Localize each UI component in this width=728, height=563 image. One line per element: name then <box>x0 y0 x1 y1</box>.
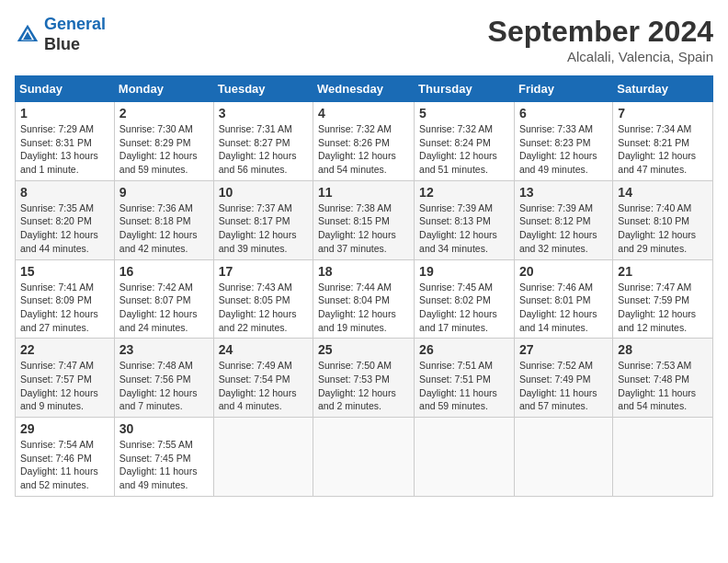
calendar-day-cell: 30 Sunrise: 7:55 AM Sunset: 7:45 PM Dayl… <box>114 418 213 497</box>
calendar-day-cell: 18 Sunrise: 7:44 AM Sunset: 8:04 PM Dayl… <box>313 259 415 339</box>
calendar-week-row: 29 Sunrise: 7:54 AM Sunset: 7:46 PM Dayl… <box>16 418 713 497</box>
calendar-day-cell: 24 Sunrise: 7:49 AM Sunset: 7:54 PM Dayl… <box>213 339 313 418</box>
day-number: 28 <box>618 342 708 357</box>
day-number: 5 <box>419 106 509 121</box>
calendar-day-cell <box>313 418 415 497</box>
day-info: Sunrise: 7:49 AM Sunset: 7:54 PM Dayligh… <box>219 359 308 413</box>
day-number: 21 <box>618 264 708 279</box>
day-info: Sunrise: 7:55 AM Sunset: 7:45 PM Dayligh… <box>119 438 209 492</box>
calendar-day-cell: 22 Sunrise: 7:47 AM Sunset: 7:57 PM Dayl… <box>16 339 115 418</box>
calendar-day-cell: 7 Sunrise: 7:34 AM Sunset: 8:21 PM Dayli… <box>613 102 713 181</box>
day-info: Sunrise: 7:42 AM Sunset: 8:07 PM Dayligh… <box>119 281 209 335</box>
day-number: 17 <box>219 264 308 279</box>
header-tuesday: Tuesday <box>213 76 313 102</box>
day-number: 1 <box>20 106 109 121</box>
day-number: 12 <box>419 185 509 200</box>
day-info: Sunrise: 7:45 AM Sunset: 8:02 PM Dayligh… <box>419 281 509 335</box>
header-monday: Monday <box>114 76 213 102</box>
calendar-day-cell: 28 Sunrise: 7:53 AM Sunset: 7:48 PM Dayl… <box>613 339 713 418</box>
calendar-day-cell: 17 Sunrise: 7:43 AM Sunset: 8:05 PM Dayl… <box>213 259 313 339</box>
calendar-day-cell: 27 Sunrise: 7:52 AM Sunset: 7:49 PM Dayl… <box>514 339 612 418</box>
calendar-day-cell: 11 Sunrise: 7:38 AM Sunset: 8:15 PM Dayl… <box>313 180 415 259</box>
calendar-day-cell: 25 Sunrise: 7:50 AM Sunset: 7:53 PM Dayl… <box>313 339 415 418</box>
day-info: Sunrise: 7:32 AM Sunset: 8:26 PM Dayligh… <box>318 122 409 177</box>
day-number: 6 <box>519 106 608 121</box>
calendar-day-cell: 9 Sunrise: 7:36 AM Sunset: 8:18 PM Dayli… <box>114 180 213 259</box>
header-saturday: Saturday <box>613 76 713 102</box>
calendar-day-cell: 6 Sunrise: 7:33 AM Sunset: 8:23 PM Dayli… <box>514 102 612 181</box>
day-number: 23 <box>119 342 209 357</box>
calendar-week-row: 15 Sunrise: 7:41 AM Sunset: 8:09 PM Dayl… <box>16 259 713 339</box>
calendar-table: Sunday Monday Tuesday Wednesday Thursday… <box>15 75 713 497</box>
day-number: 29 <box>20 421 109 436</box>
day-number: 22 <box>20 342 109 357</box>
calendar-day-cell <box>213 418 313 497</box>
day-info: Sunrise: 7:51 AM Sunset: 7:51 PM Dayligh… <box>419 359 509 413</box>
calendar-day-cell: 1 Sunrise: 7:29 AM Sunset: 8:31 PM Dayli… <box>16 102 115 181</box>
calendar-day-cell: 16 Sunrise: 7:42 AM Sunset: 8:07 PM Dayl… <box>114 259 213 339</box>
location-subtitle: Alcalali, Valencia, Spain <box>488 49 713 64</box>
calendar-day-cell: 14 Sunrise: 7:40 AM Sunset: 8:10 PM Dayl… <box>613 180 713 259</box>
calendar-day-cell: 4 Sunrise: 7:32 AM Sunset: 8:26 PM Dayli… <box>313 102 415 181</box>
logo-text: General Blue <box>44 15 106 54</box>
day-number: 3 <box>219 106 308 121</box>
header-sunday: Sunday <box>16 76 115 102</box>
day-info: Sunrise: 7:46 AM Sunset: 8:01 PM Dayligh… <box>519 281 608 335</box>
calendar-day-cell: 29 Sunrise: 7:54 AM Sunset: 7:46 PM Dayl… <box>16 418 115 497</box>
calendar-day-cell: 12 Sunrise: 7:39 AM Sunset: 8:13 PM Dayl… <box>415 180 515 259</box>
day-info: Sunrise: 7:31 AM Sunset: 8:27 PM Dayligh… <box>219 122 308 177</box>
title-block: September 2024 Alcalali, Valencia, Spain <box>488 15 713 64</box>
calendar-day-cell: 8 Sunrise: 7:35 AM Sunset: 8:20 PM Dayli… <box>16 180 115 259</box>
calendar-week-row: 8 Sunrise: 7:35 AM Sunset: 8:20 PM Dayli… <box>16 180 713 259</box>
calendar-day-cell: 21 Sunrise: 7:47 AM Sunset: 7:59 PM Dayl… <box>613 259 713 339</box>
day-info: Sunrise: 7:33 AM Sunset: 8:23 PM Dayligh… <box>519 122 608 177</box>
day-info: Sunrise: 7:39 AM Sunset: 8:13 PM Dayligh… <box>419 201 509 256</box>
month-title: September 2024 <box>488 15 713 49</box>
calendar-day-cell: 3 Sunrise: 7:31 AM Sunset: 8:27 PM Dayli… <box>213 102 313 181</box>
day-info: Sunrise: 7:29 AM Sunset: 8:31 PM Dayligh… <box>20 122 109 177</box>
day-number: 7 <box>618 106 708 121</box>
calendar-day-cell: 20 Sunrise: 7:46 AM Sunset: 8:01 PM Dayl… <box>514 259 612 339</box>
calendar-header-row: Sunday Monday Tuesday Wednesday Thursday… <box>16 76 713 102</box>
day-number: 19 <box>419 264 509 279</box>
day-number: 30 <box>119 421 209 436</box>
day-info: Sunrise: 7:39 AM Sunset: 8:12 PM Dayligh… <box>519 201 608 256</box>
day-number: 11 <box>318 185 409 200</box>
day-info: Sunrise: 7:34 AM Sunset: 8:21 PM Dayligh… <box>618 122 708 177</box>
day-number: 15 <box>20 264 109 279</box>
calendar-day-cell <box>415 418 515 497</box>
header-friday: Friday <box>514 76 612 102</box>
header-wednesday: Wednesday <box>313 76 415 102</box>
calendar-day-cell <box>613 418 713 497</box>
day-info: Sunrise: 7:41 AM Sunset: 8:09 PM Dayligh… <box>20 281 109 335</box>
calendar-day-cell: 19 Sunrise: 7:45 AM Sunset: 8:02 PM Dayl… <box>415 259 515 339</box>
day-number: 16 <box>119 264 209 279</box>
day-info: Sunrise: 7:40 AM Sunset: 8:10 PM Dayligh… <box>618 201 708 256</box>
page-header: General Blue September 2024 Alcalali, Va… <box>15 15 713 64</box>
day-info: Sunrise: 7:44 AM Sunset: 8:04 PM Dayligh… <box>318 281 409 335</box>
day-number: 8 <box>20 185 109 200</box>
day-number: 9 <box>119 185 209 200</box>
day-number: 4 <box>318 106 409 121</box>
calendar-day-cell: 15 Sunrise: 7:41 AM Sunset: 8:09 PM Dayl… <box>16 259 115 339</box>
day-number: 13 <box>519 185 608 200</box>
day-info: Sunrise: 7:47 AM Sunset: 7:57 PM Dayligh… <box>20 359 109 413</box>
day-info: Sunrise: 7:52 AM Sunset: 7:49 PM Dayligh… <box>519 359 608 413</box>
header-thursday: Thursday <box>415 76 515 102</box>
calendar-day-cell <box>514 418 612 497</box>
day-info: Sunrise: 7:32 AM Sunset: 8:24 PM Dayligh… <box>419 122 509 177</box>
day-info: Sunrise: 7:38 AM Sunset: 8:15 PM Dayligh… <box>318 201 409 256</box>
day-number: 18 <box>318 264 409 279</box>
day-number: 14 <box>618 185 708 200</box>
calendar-day-cell: 23 Sunrise: 7:48 AM Sunset: 7:56 PM Dayl… <box>114 339 213 418</box>
day-info: Sunrise: 7:37 AM Sunset: 8:17 PM Dayligh… <box>219 201 308 256</box>
calendar-day-cell: 13 Sunrise: 7:39 AM Sunset: 8:12 PM Dayl… <box>514 180 612 259</box>
day-number: 25 <box>318 342 409 357</box>
calendar-week-row: 1 Sunrise: 7:29 AM Sunset: 8:31 PM Dayli… <box>16 102 713 181</box>
day-number: 10 <box>219 185 308 200</box>
day-info: Sunrise: 7:35 AM Sunset: 8:20 PM Dayligh… <box>20 201 109 256</box>
day-info: Sunrise: 7:53 AM Sunset: 7:48 PM Dayligh… <box>618 359 708 413</box>
logo: General Blue <box>15 15 106 54</box>
day-info: Sunrise: 7:54 AM Sunset: 7:46 PM Dayligh… <box>20 438 109 492</box>
calendar-day-cell: 2 Sunrise: 7:30 AM Sunset: 8:29 PM Dayli… <box>114 102 213 181</box>
